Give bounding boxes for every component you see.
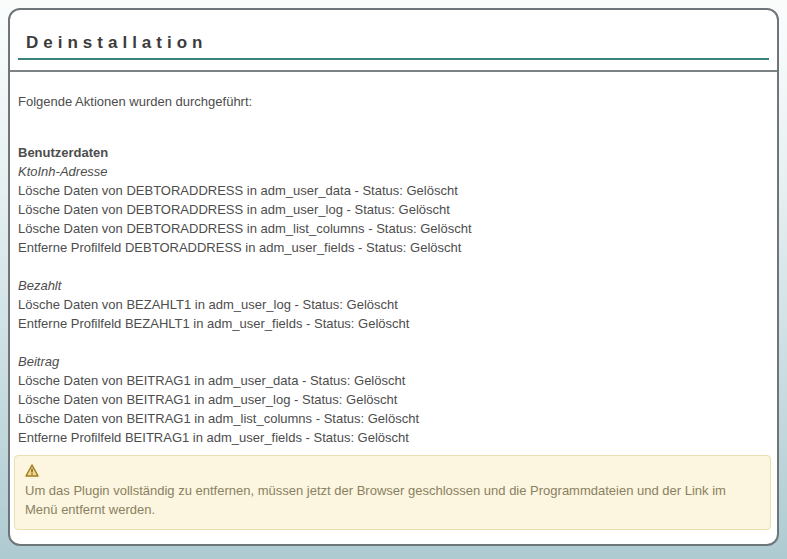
warning-icon (25, 463, 758, 478)
main-panel: Deinstallation Folgende Aktionen wurden … (8, 8, 779, 546)
warning-box: Um das Plugin vollständig zu entfernen, … (14, 455, 771, 530)
warning-text: Um das Plugin vollständig zu entfernen, … (25, 483, 726, 517)
action-group-bezahlt: Bezahlt Lösche Daten von BEZAHLT1 in adm… (18, 276, 765, 333)
group-label: Bezahlt (18, 276, 765, 295)
action-line: Lösche Daten von BEITRAG1 in adm_list_co… (18, 409, 765, 428)
action-line: Entferne Profilfeld BEITRAG1 in adm_user… (18, 428, 765, 447)
action-line: Lösche Daten von DEBTORADDRESS in adm_li… (18, 219, 765, 238)
intro-text: Folgende Aktionen wurden durchgeführt: (18, 92, 765, 111)
action-group-ktoinh: KtoInh-Adresse Lösche Daten von DEBTORAD… (18, 162, 765, 257)
page-title: Deinstallation (18, 32, 769, 60)
action-line: Lösche Daten von BEITRAG1 in adm_user_lo… (18, 390, 765, 409)
section-title: Benutzerdaten (18, 143, 765, 162)
content-area: Folgende Aktionen wurden durchgeführt: B… (10, 72, 777, 530)
page-header: Deinstallation (10, 10, 777, 70)
action-line: Lösche Daten von BEITRAG1 in adm_user_da… (18, 371, 765, 390)
group-label: Beitrag (18, 352, 765, 371)
action-line: Entferne Profilfeld BEZAHLT1 in adm_user… (18, 314, 765, 333)
action-line: Lösche Daten von DEBTORADDRESS in adm_us… (18, 200, 765, 219)
action-line: Lösche Daten von DEBTORADDRESS in adm_us… (18, 181, 765, 200)
action-group-beitrag: Beitrag Lösche Daten von BEITRAG1 in adm… (18, 352, 765, 447)
action-line: Lösche Daten von BEZAHLT1 in adm_user_lo… (18, 295, 765, 314)
group-label: KtoInh-Adresse (18, 162, 765, 181)
action-line: Entferne Profilfeld DEBTORADDRESS in adm… (18, 238, 765, 257)
